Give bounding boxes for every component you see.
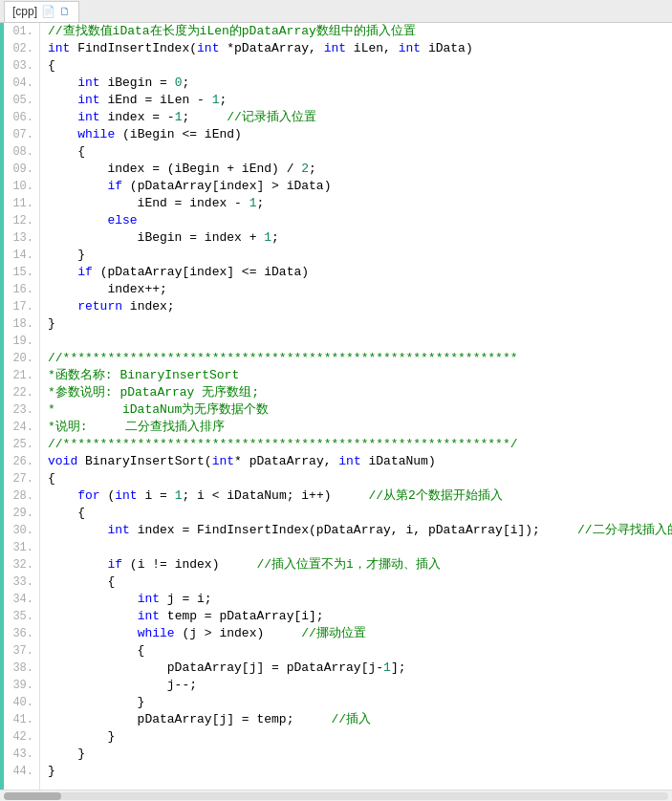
code-token <box>48 76 77 90</box>
code-token: int <box>338 454 360 468</box>
code-token: i = <box>138 488 175 503</box>
code-content: //**************************************… <box>40 436 517 453</box>
code-token: //二分寻找插入的位置 <box>577 523 672 537</box>
code-token: //从第2个数据开始插入 <box>369 488 503 503</box>
code-line: pDataArray[j] = pDataArray[j-1]; <box>40 660 672 677</box>
code-content: { <box>40 574 115 591</box>
code-token: int <box>212 454 234 468</box>
code-content: } <box>40 746 85 763</box>
line-number: 33. <box>4 574 39 591</box>
code-line: int iBegin = 0; <box>40 75 672 92</box>
code-token: index = - <box>100 110 175 124</box>
code-token: int <box>48 41 70 55</box>
code-content: index++; <box>40 281 167 298</box>
code-token: //记录插入位置 <box>227 110 316 124</box>
code-line: for (int i = 1; i < iDataNum; i++) //从第2… <box>40 487 672 505</box>
code-token: ; <box>309 162 316 176</box>
code-token: if <box>77 265 93 279</box>
line-number: 44. <box>4 763 39 780</box>
tab-bar: [cpp] 📄 🗋 <box>0 0 672 23</box>
code-line: int iEnd = iLen - 1; <box>40 92 672 109</box>
code-line: else <box>40 212 672 229</box>
code-token: j--; <box>48 678 197 692</box>
code-token: iBegin = <box>100 76 175 90</box>
code-content: iBegin = index + 1; <box>40 229 279 247</box>
code-token: * iDataNum为无序数据个数 <box>48 402 269 417</box>
code-line: index = (iBegin + iEnd) / 2; <box>40 161 672 178</box>
code-token: { <box>48 506 85 520</box>
code-content: } <box>40 315 55 333</box>
code-token: else <box>107 213 137 227</box>
line-number: 08. <box>4 143 39 161</box>
line-number: 43. <box>4 746 39 763</box>
code-line: int index = FindInsertIndex(pDataArray, … <box>40 522 672 539</box>
code-token: index++; <box>48 282 167 296</box>
code-line: *函数名称: BinaryInsertSort <box>40 367 672 384</box>
code-lines[interactable]: //查找数值iData在长度为iLen的pDataArray数组中的插入位置in… <box>40 23 672 790</box>
code-token: 2 <box>301 162 309 176</box>
code-token: //**************************************… <box>48 437 517 451</box>
line-number: 04. <box>4 75 39 92</box>
code-content: *函数名称: BinaryInsertSort <box>40 367 239 384</box>
code-line: int index = -1; //记录插入位置 <box>40 109 672 126</box>
code-content: if (i != index) //插入位置不为i，才挪动、插入 <box>40 556 441 574</box>
code-line: void BinaryInsertSort(int* pDataArray, i… <box>40 453 672 470</box>
code-token: ; <box>182 76 189 90</box>
scrollbar-track[interactable] <box>4 792 668 800</box>
code-token: *说明: 二分查找插入排序 <box>48 420 225 434</box>
line-number: 25. <box>4 436 39 453</box>
code-area: 01.02.03.04.05.06.07.08.09.10.11.12.13.1… <box>0 23 672 790</box>
line-number: 09. <box>4 161 39 178</box>
code-content: int iEnd = iLen - 1; <box>40 92 227 109</box>
code-token: if <box>107 179 122 193</box>
code-content: int FindInsertIndex(int *pDataArray, int… <box>40 40 473 57</box>
code-token: void <box>48 454 77 468</box>
line-number: 01. <box>4 23 39 40</box>
code-token: *pDataArray, <box>219 41 323 55</box>
code-token <box>48 488 77 503</box>
code-token: ; i < iDataNum; i++) <box>182 488 368 503</box>
code-token: *参数说明: pDataArray 无序数组; <box>48 385 259 400</box>
code-content: { <box>40 470 55 487</box>
code-token <box>48 127 77 141</box>
code-token: while <box>138 626 175 640</box>
line-number: 18. <box>4 315 39 333</box>
line-number: 32. <box>4 556 39 574</box>
editor-tab[interactable]: [cpp] 📄 🗋 <box>4 1 79 22</box>
code-line: //**************************************… <box>40 350 672 367</box>
line-number: 29. <box>4 505 39 522</box>
code-content: //**************************************… <box>40 350 517 367</box>
code-content: if (pDataArray[index] <= iData) <box>40 264 309 281</box>
code-token: (iBegin <= iEnd) <box>115 127 242 141</box>
code-line: int j = i; <box>40 591 672 608</box>
code-token: //**************************************… <box>48 351 517 365</box>
code-content: * iDataNum为无序数据个数 <box>40 401 269 419</box>
code-token: iLen, <box>346 41 399 55</box>
code-content: int temp = pDataArray[i]; <box>40 608 324 625</box>
code-token: { <box>48 643 144 658</box>
code-token: //查找数值iData在长度为iLen的pDataArray数组中的插入位置 <box>48 24 416 38</box>
code-token <box>48 557 107 572</box>
code-token: ; <box>219 93 227 107</box>
code-token: int <box>77 93 99 107</box>
code-token: int <box>77 76 99 90</box>
line-number: 16. <box>4 281 39 298</box>
code-line: if (pDataArray[index] > iData) <box>40 178 672 195</box>
code-token: ; <box>256 196 264 210</box>
code-token <box>48 93 77 107</box>
line-number: 31. <box>4 539 39 556</box>
code-token <box>48 179 107 193</box>
line-number: 26. <box>4 453 39 470</box>
code-token: } <box>48 729 115 744</box>
code-line: { <box>40 143 672 161</box>
line-number: 42. <box>4 728 39 746</box>
scrollbar-thumb[interactable] <box>4 792 61 800</box>
line-number: 06. <box>4 109 39 126</box>
code-token: FindInsertIndex( <box>70 41 197 55</box>
horizontal-scrollbar[interactable] <box>0 790 672 801</box>
code-line: } <box>40 247 672 264</box>
code-content: int j = i; <box>40 591 212 608</box>
code-token: while <box>77 127 115 141</box>
code-content: pDataArray[j] = pDataArray[j-1]; <box>40 660 405 677</box>
code-content: { <box>40 57 55 75</box>
